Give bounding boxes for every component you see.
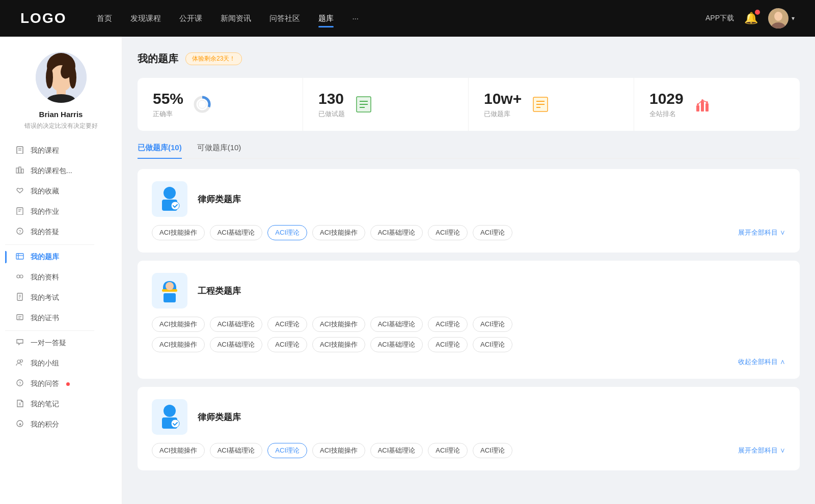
sidebar-item-group[interactable]: 我的小组	[5, 353, 117, 374]
sidebar-item-certificates[interactable]: 我的证书	[5, 308, 117, 328]
nav-news[interactable]: 新闻资讯	[221, 12, 251, 25]
sidebar-item-notes[interactable]: 我的笔记	[5, 394, 117, 414]
sidebar: Brian Harris 错误的决定比没有决定要好 我的课程	[0, 37, 122, 504]
stat-done-questions-value: 130	[318, 90, 345, 107]
stat-site-rank-label: 全站排名	[649, 109, 684, 119]
bank-tag[interactable]: ACI理论	[473, 337, 512, 352]
svg-point-60	[706, 101, 708, 103]
nav-menu: 首页 发现课程 公开课 新闻资讯 问答社区 题库 ···	[97, 12, 705, 25]
bank-tag[interactable]: ACI基础理论	[210, 225, 263, 240]
nav-qa[interactable]: 问答社区	[269, 12, 300, 25]
bank-card-1-expand[interactable]: 展开全部科目 ∨	[738, 228, 785, 237]
tab-available-banks[interactable]: 可做题库(10)	[197, 143, 241, 158]
svg-point-26	[20, 275, 23, 278]
svg-point-44	[198, 100, 206, 108]
app-download-link[interactable]: APP下载	[705, 14, 734, 23]
bank-tag[interactable]: ACI理论	[473, 317, 512, 332]
stat-done-questions-label: 已做试题	[318, 109, 345, 119]
bank-tag[interactable]: ACI理论	[267, 337, 307, 352]
bank-tag[interactable]: ACI理论	[267, 317, 307, 332]
question-bank-icon	[15, 252, 24, 262]
stat-site-rank-icon-wrap	[692, 94, 713, 115]
nav-home[interactable]: 首页	[97, 12, 112, 25]
nav-discover[interactable]: 发现课程	[130, 12, 161, 25]
svg-text:?: ?	[18, 229, 21, 234]
notification-bell[interactable]: 🔔	[744, 12, 758, 25]
bank-tag[interactable]: ACI技能操作	[152, 443, 205, 458]
homework-icon	[15, 207, 24, 217]
bank-card-2-collapse[interactable]: 收起全部科目 ∧	[152, 357, 785, 367]
bank-tag[interactable]: ACI基础理论	[370, 337, 423, 352]
done-banks-icon	[531, 95, 550, 114]
bank-tag[interactable]: ACI基础理论	[210, 337, 263, 352]
bank-tag[interactable]: ACI理论	[428, 337, 468, 352]
svg-text:★: ★	[18, 422, 22, 427]
bank-tag[interactable]: ACI技能操作	[152, 317, 205, 332]
sidebar-item-favorites[interactable]: 我的收藏	[5, 181, 117, 202]
bank-tag[interactable]: ACI技能操作	[312, 443, 365, 458]
nav-question-bank[interactable]: 题库	[318, 12, 334, 25]
sidebar-item-question-bank[interactable]: 我的题库	[5, 247, 117, 267]
bank-card-2-title: 工程类题库	[198, 285, 785, 297]
stats-row: 55% 正确率 130 已做试题	[138, 78, 800, 131]
sidebar-item-exams-label: 我的考试	[31, 293, 59, 302]
bank-tag[interactable]: ACI基础理论	[210, 443, 263, 458]
sidebar-item-one-on-one[interactable]: 一对一答疑	[5, 333, 117, 353]
svg-rect-66	[164, 293, 176, 302]
stat-site-rank-value: 1029	[649, 90, 684, 107]
sidebar-motto: 错误的决定比没有决定要好	[14, 122, 108, 130]
bank-card-1-icon	[152, 181, 187, 217]
bell-badge	[755, 10, 760, 15]
bank-card-2-tags-row1: ACI技能操作 ACI基础理论 ACI理论 ACI技能操作 ACI基础理论 AC…	[152, 317, 785, 332]
bank-tag[interactable]: ACI理论	[473, 225, 512, 240]
bank-card-3-tags: ACI技能操作 ACI基础理论 ACI理论 ACI技能操作 ACI基础理论 AC…	[152, 443, 785, 458]
sidebar-item-group-label: 我的小组	[31, 359, 59, 368]
bank-tag[interactable]: ACI理论	[428, 317, 468, 332]
tab-done-banks[interactable]: 已做题库(10)	[138, 143, 182, 158]
bank-tag[interactable]: ACI基础理论	[210, 317, 263, 332]
bank-card-3-expand[interactable]: 展开全部科目 ∨	[738, 446, 785, 455]
bank-card-2-header: 工程类题库	[152, 273, 785, 309]
sidebar-item-exams[interactable]: 我的考试	[5, 288, 117, 308]
nav-more[interactable]: ···	[352, 12, 359, 25]
bank-tag[interactable]: ACI基础理论	[370, 317, 423, 332]
chevron-down-icon: ▾	[792, 15, 795, 22]
stat-done-questions-icon-wrap	[353, 94, 374, 115]
svg-point-63	[171, 202, 179, 210]
bank-tag-selected[interactable]: ACI理论	[267, 443, 307, 458]
stat-accuracy: 55% 正确率	[138, 78, 303, 131]
packages-icon	[15, 166, 24, 176]
svg-point-69	[171, 419, 179, 428]
sidebar-item-points[interactable]: ★ 我的积分	[5, 414, 117, 435]
sidebar-item-course-packages[interactable]: 我的课程包...	[5, 161, 117, 181]
bank-tag[interactable]: ACI理论	[428, 443, 468, 458]
bank-tag[interactable]: ACI技能操作	[312, 317, 365, 332]
bank-tag[interactable]: ACI技能操作	[312, 337, 365, 352]
points-icon: ★	[15, 419, 24, 430]
sidebar-item-qa[interactable]: ? 我的问答	[5, 374, 117, 394]
avatar	[768, 8, 789, 29]
bank-tag-selected[interactable]: ACI理论	[267, 225, 307, 240]
bank-card-1-tags: ACI技能操作 ACI基础理论 ACI理论 ACI技能操作 ACI基础理论 AC…	[152, 225, 785, 240]
svg-point-25	[17, 275, 20, 278]
stat-site-rank-text: 1029 全站排名	[649, 90, 684, 119]
bank-tag[interactable]: ACI技能操作	[312, 225, 365, 240]
nav-public-course[interactable]: 公开课	[179, 12, 202, 25]
bank-tag[interactable]: ACI基础理论	[370, 225, 423, 240]
sidebar-item-my-courses[interactable]: 我的课程	[5, 141, 117, 161]
sidebar-item-materials[interactable]: 我的资料	[5, 267, 117, 288]
bank-tag[interactable]: ACI理论	[473, 443, 512, 458]
user-avatar-menu[interactable]: ▾	[768, 8, 795, 29]
bank-tag[interactable]: ACI技能操作	[152, 225, 205, 240]
bank-tag[interactable]: ACI技能操作	[152, 337, 205, 352]
svg-point-67	[164, 405, 176, 417]
sidebar-item-questions[interactable]: ? 我的答疑	[5, 222, 117, 242]
bank-tag[interactable]: ACI基础理论	[370, 443, 423, 458]
page-layout: Brian Harris 错误的决定比没有决定要好 我的课程	[0, 37, 815, 504]
stat-done-banks-value: 10w+	[484, 90, 522, 107]
sidebar-item-homework[interactable]: 我的作业	[5, 202, 117, 222]
bank-tag[interactable]: ACI理论	[428, 225, 468, 240]
bank-card-3-icon	[152, 399, 187, 435]
bank-card-2-tags-row2: ACI技能操作 ACI基础理论 ACI理论 ACI技能操作 ACI基础理论 AC…	[152, 337, 785, 352]
lawyer-icon-3	[157, 403, 182, 431]
